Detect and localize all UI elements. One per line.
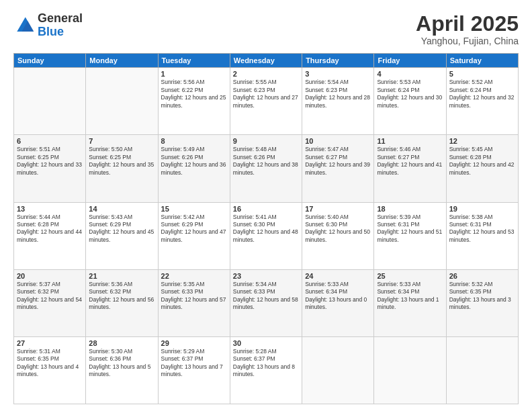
- logo-blue: Blue: [38, 26, 83, 39]
- day-info: Sunrise: 5:34 AM Sunset: 6:33 PM Dayligh…: [233, 281, 299, 312]
- day-number: 12: [449, 137, 515, 145]
- calendar-week-row: 27Sunrise: 5:31 AM Sunset: 6:35 PM Dayli…: [14, 336, 519, 404]
- day-info: Sunrise: 5:52 AM Sunset: 6:24 PM Dayligh…: [449, 79, 515, 109]
- day-info: Sunrise: 5:33 AM Sunset: 6:34 PM Dayligh…: [377, 281, 443, 312]
- day-info: Sunrise: 5:30 AM Sunset: 6:36 PM Dayligh…: [89, 348, 154, 379]
- day-number: 20: [17, 272, 83, 280]
- day-info: Sunrise: 5:39 AM Sunset: 6:31 PM Dayligh…: [377, 214, 443, 244]
- calendar-cell: 25Sunrise: 5:33 AM Sunset: 6:34 PM Dayli…: [374, 269, 446, 336]
- day-number: 28: [89, 339, 154, 347]
- calendar-cell: 17Sunrise: 5:40 AM Sunset: 6:30 PM Dayli…: [302, 202, 374, 269]
- day-info: Sunrise: 5:54 AM Sunset: 6:23 PM Dayligh…: [305, 79, 371, 109]
- day-info: Sunrise: 5:48 AM Sunset: 6:26 PM Dayligh…: [233, 146, 299, 177]
- calendar-cell: 12Sunrise: 5:45 AM Sunset: 6:28 PM Dayli…: [446, 135, 518, 202]
- day-number: 7: [89, 137, 154, 145]
- calendar-cell: [446, 336, 518, 404]
- calendar-cell: 13Sunrise: 5:44 AM Sunset: 6:28 PM Dayli…: [14, 202, 86, 269]
- day-number: 9: [233, 137, 299, 145]
- day-info: Sunrise: 5:36 AM Sunset: 6:32 PM Dayligh…: [89, 281, 154, 312]
- day-info: Sunrise: 5:50 AM Sunset: 6:25 PM Dayligh…: [89, 146, 154, 177]
- calendar-cell: [86, 68, 158, 135]
- title-block: April 2025 Yanghou, Fujian, China: [416, 12, 519, 46]
- calendar-cell: 30Sunrise: 5:28 AM Sunset: 6:37 PM Dayli…: [230, 336, 302, 404]
- day-number: 22: [161, 272, 227, 280]
- calendar-cell: 18Sunrise: 5:39 AM Sunset: 6:31 PM Dayli…: [374, 202, 446, 269]
- logo-text: General Blue: [38, 12, 83, 39]
- day-info: Sunrise: 5:55 AM Sunset: 6:23 PM Dayligh…: [233, 79, 299, 109]
- day-number: 27: [17, 339, 83, 347]
- day-number: 21: [89, 272, 154, 280]
- weekday-header: Tuesday: [158, 54, 230, 68]
- day-info: Sunrise: 5:53 AM Sunset: 6:24 PM Dayligh…: [377, 79, 443, 109]
- calendar-cell: 11Sunrise: 5:46 AM Sunset: 6:27 PM Dayli…: [374, 135, 446, 202]
- calendar-cell: 7Sunrise: 5:50 AM Sunset: 6:25 PM Daylig…: [86, 135, 158, 202]
- calendar-cell: 3Sunrise: 5:54 AM Sunset: 6:23 PM Daylig…: [302, 68, 374, 135]
- day-number: 13: [17, 205, 83, 213]
- calendar-cell: 19Sunrise: 5:38 AM Sunset: 6:31 PM Dayli…: [446, 202, 518, 269]
- day-info: Sunrise: 5:47 AM Sunset: 6:27 PM Dayligh…: [305, 146, 371, 177]
- calendar-week-row: 13Sunrise: 5:44 AM Sunset: 6:28 PM Dayli…: [14, 202, 519, 269]
- day-info: Sunrise: 5:31 AM Sunset: 6:35 PM Dayligh…: [17, 348, 83, 379]
- day-info: Sunrise: 5:56 AM Sunset: 6:22 PM Dayligh…: [161, 79, 227, 109]
- calendar-cell: 9Sunrise: 5:48 AM Sunset: 6:26 PM Daylig…: [230, 135, 302, 202]
- calendar-cell: 8Sunrise: 5:49 AM Sunset: 6:26 PM Daylig…: [158, 135, 230, 202]
- day-number: 14: [89, 205, 154, 213]
- calendar-cell: 4Sunrise: 5:53 AM Sunset: 6:24 PM Daylig…: [374, 68, 446, 135]
- day-info: Sunrise: 5:33 AM Sunset: 6:34 PM Dayligh…: [305, 281, 371, 312]
- calendar-cell: 28Sunrise: 5:30 AM Sunset: 6:36 PM Dayli…: [86, 336, 158, 404]
- day-number: 18: [377, 205, 443, 213]
- day-number: 4: [377, 70, 443, 78]
- day-info: Sunrise: 5:35 AM Sunset: 6:33 PM Dayligh…: [161, 281, 227, 312]
- day-number: 24: [305, 272, 371, 280]
- calendar-cell: 22Sunrise: 5:35 AM Sunset: 6:33 PM Dayli…: [158, 269, 230, 336]
- header: General Blue April 2025 Yanghou, Fujian,…: [13, 12, 519, 46]
- weekday-header: Monday: [86, 54, 158, 68]
- day-info: Sunrise: 5:37 AM Sunset: 6:32 PM Dayligh…: [17, 281, 83, 312]
- calendar-cell: [302, 336, 374, 404]
- day-info: Sunrise: 5:42 AM Sunset: 6:29 PM Dayligh…: [161, 214, 227, 244]
- day-info: Sunrise: 5:38 AM Sunset: 6:31 PM Dayligh…: [449, 214, 515, 244]
- calendar-cell: 16Sunrise: 5:41 AM Sunset: 6:30 PM Dayli…: [230, 202, 302, 269]
- calendar-cell: 2Sunrise: 5:55 AM Sunset: 6:23 PM Daylig…: [230, 68, 302, 135]
- logo-icon: [13, 15, 35, 36]
- day-info: Sunrise: 5:46 AM Sunset: 6:27 PM Dayligh…: [377, 146, 443, 177]
- day-number: 15: [161, 205, 227, 213]
- day-number: 19: [449, 205, 515, 213]
- calendar-table: SundayMondayTuesdayWednesdayThursdayFrid…: [13, 53, 519, 404]
- calendar-cell: 1Sunrise: 5:56 AM Sunset: 6:22 PM Daylig…: [158, 68, 230, 135]
- calendar-cell: 27Sunrise: 5:31 AM Sunset: 6:35 PM Dayli…: [14, 336, 86, 404]
- calendar-cell: 14Sunrise: 5:43 AM Sunset: 6:29 PM Dayli…: [86, 202, 158, 269]
- day-info: Sunrise: 5:40 AM Sunset: 6:30 PM Dayligh…: [305, 214, 371, 244]
- calendar-cell: [14, 68, 86, 135]
- day-number: 30: [233, 339, 299, 347]
- calendar-cell: 24Sunrise: 5:33 AM Sunset: 6:34 PM Dayli…: [302, 269, 374, 336]
- day-number: 6: [17, 137, 83, 145]
- day-number: 5: [449, 70, 515, 78]
- day-number: 1: [161, 70, 227, 78]
- calendar-cell: 10Sunrise: 5:47 AM Sunset: 6:27 PM Dayli…: [302, 135, 374, 202]
- day-info: Sunrise: 5:43 AM Sunset: 6:29 PM Dayligh…: [89, 214, 154, 244]
- day-number: 11: [377, 137, 443, 145]
- calendar-cell: 21Sunrise: 5:36 AM Sunset: 6:32 PM Dayli…: [86, 269, 158, 336]
- weekday-header: Wednesday: [230, 54, 302, 68]
- day-number: 10: [305, 137, 371, 145]
- weekday-header-row: SundayMondayTuesdayWednesdayThursdayFrid…: [14, 54, 519, 68]
- calendar-cell: 6Sunrise: 5:51 AM Sunset: 6:25 PM Daylig…: [14, 135, 86, 202]
- calendar-cell: 20Sunrise: 5:37 AM Sunset: 6:32 PM Dayli…: [14, 269, 86, 336]
- calendar-cell: [374, 336, 446, 404]
- month-title: April 2025: [416, 12, 519, 36]
- day-info: Sunrise: 5:45 AM Sunset: 6:28 PM Dayligh…: [449, 146, 515, 177]
- day-info: Sunrise: 5:32 AM Sunset: 6:35 PM Dayligh…: [449, 281, 515, 312]
- day-info: Sunrise: 5:49 AM Sunset: 6:26 PM Dayligh…: [161, 146, 227, 177]
- calendar-week-row: 6Sunrise: 5:51 AM Sunset: 6:25 PM Daylig…: [14, 135, 519, 202]
- calendar-cell: 15Sunrise: 5:42 AM Sunset: 6:29 PM Dayli…: [158, 202, 230, 269]
- logo: General Blue: [13, 12, 83, 39]
- day-number: 16: [233, 205, 299, 213]
- day-number: 17: [305, 205, 371, 213]
- day-number: 25: [377, 272, 443, 280]
- calendar-week-row: 1Sunrise: 5:56 AM Sunset: 6:22 PM Daylig…: [14, 68, 519, 135]
- weekday-header: Saturday: [446, 54, 518, 68]
- day-number: 26: [449, 272, 515, 280]
- location: Yanghou, Fujian, China: [416, 36, 519, 46]
- calendar-cell: 5Sunrise: 5:52 AM Sunset: 6:24 PM Daylig…: [446, 68, 518, 135]
